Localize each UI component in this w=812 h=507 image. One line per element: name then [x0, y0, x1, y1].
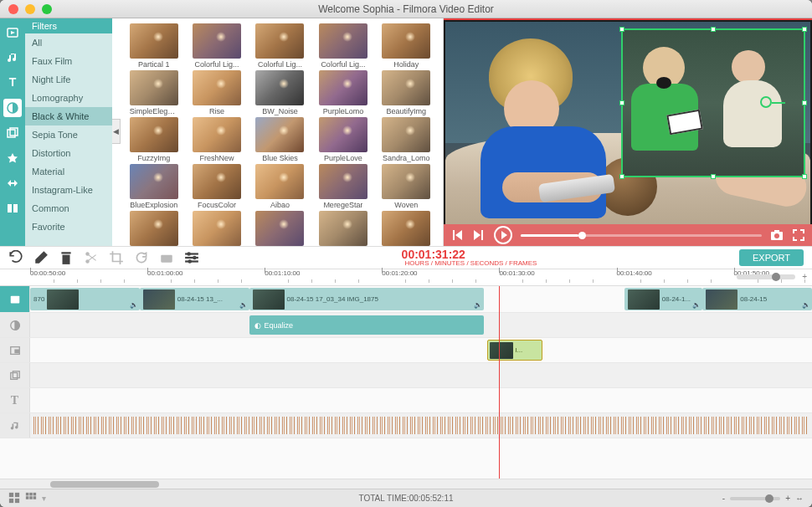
transitions-icon[interactable] [3, 174, 22, 192]
filter-thumbnail-item[interactable]: Partical 1 [124, 23, 183, 69]
resize-handle[interactable] [711, 174, 716, 179]
titlebar[interactable]: Welcome Sophia - Filmora Video Editor [0, 0, 812, 18]
filter-category[interactable]: Instagram-Like [25, 181, 112, 199]
filter-thumbnail-item[interactable] [377, 211, 436, 246]
voiceover-icon[interactable] [159, 250, 174, 265]
video-clip[interactable]: 08-24-15 13_...🔈 [140, 288, 249, 310]
filter-thumbnail [255, 23, 304, 59]
rotate-icon[interactable] [134, 250, 149, 265]
audio-track-icon[interactable] [0, 413, 30, 438]
split-icon[interactable] [84, 250, 99, 265]
filter-thumbnail-item[interactable]: Blue Skies [250, 117, 310, 162]
playhead[interactable] [499, 286, 500, 479]
resize-handle[interactable] [802, 100, 807, 105]
filter-thumbnail-item[interactable]: Colorful Lig... [250, 23, 310, 69]
audio-track [0, 413, 812, 438]
video-clip[interactable]: 08-24-1...🔈 [624, 288, 702, 310]
resize-handle[interactable] [802, 27, 807, 32]
filter-label: BeautifyImg [387, 107, 427, 115]
filter-thumbnail-item[interactable]: Colorful Lig... [313, 23, 373, 69]
resize-handle[interactable] [802, 174, 807, 179]
filter-category[interactable]: Faux Film [25, 52, 112, 70]
filter-thumbnail-item[interactable]: BeautifyImg [377, 70, 436, 115]
filter-thumbnail-item[interactable] [250, 211, 310, 246]
text-track-icon[interactable]: T [0, 388, 30, 412]
filter-category[interactable]: Distortion [25, 144, 112, 162]
resize-handle[interactable] [711, 27, 716, 32]
play-button[interactable] [494, 226, 512, 244]
ruler-tick: 00:00:50:00 [30, 269, 65, 277]
overlay-track [0, 363, 812, 388]
filter-category[interactable]: Black & White [25, 107, 112, 125]
resize-handle[interactable] [619, 27, 624, 32]
scrub-bar[interactable] [521, 234, 762, 237]
filter-thumbnail-item[interactable]: SimpleElegent [124, 70, 183, 115]
filter-category[interactable]: Favorite [25, 218, 112, 236]
filter-clip[interactable]: Equalize [249, 315, 484, 335]
filter-thumbnail-item[interactable] [187, 211, 246, 246]
undo-icon[interactable] [8, 250, 23, 265]
collapse-panel-icon[interactable]: ◀ [112, 119, 121, 144]
settings-icon[interactable] [184, 250, 199, 265]
filter-thumbnail-item[interactable] [313, 211, 373, 246]
zoom-in-icon[interactable]: + [802, 272, 807, 281]
filter-thumbnail-item[interactable]: PurpleLomo [313, 70, 373, 115]
svg-rect-21 [10, 295, 19, 303]
prev-frame-icon[interactable] [450, 228, 464, 242]
horizontal-scrollbar[interactable] [0, 479, 812, 489]
filters-icon[interactable] [3, 99, 22, 117]
filter-category[interactable]: Material [25, 162, 112, 181]
overlays-icon[interactable] [3, 124, 22, 142]
filter-label: PurpleLove [324, 154, 362, 162]
filter-category[interactable]: All [25, 33, 112, 52]
filter-thumbnail-item[interactable]: Aibao [250, 164, 310, 209]
filter-thumbnail-item[interactable]: FuzzyImg [124, 117, 183, 162]
music-icon[interactable] [3, 49, 22, 67]
edit-icon[interactable] [33, 250, 49, 265]
text-icon[interactable]: T [3, 74, 22, 92]
snapshot-icon[interactable] [770, 228, 784, 242]
filter-category[interactable]: Lomography [25, 89, 112, 107]
video-track-icon[interactable] [0, 286, 30, 312]
filter-label: SimpleElegent [130, 107, 178, 115]
filter-thumbnail-item[interactable]: MeregeStar [313, 164, 373, 209]
rotate-handle-icon[interactable] [760, 96, 772, 108]
video-clip[interactable]: 08-24-15🔈 [702, 288, 812, 310]
overlay-track-icon[interactable] [0, 363, 30, 387]
time-ruler[interactable]: 00:00:50:0000:01:00:0000:01:10:0000:01:2… [0, 269, 812, 286]
pip-track-icon[interactable] [0, 338, 30, 362]
resize-handle[interactable] [619, 100, 624, 105]
export-button[interactable]: EXPORT [739, 249, 804, 266]
filter-track-icon[interactable] [0, 313, 30, 337]
splitscreen-icon[interactable] [3, 199, 22, 218]
filter-thumbnail-item[interactable] [124, 211, 183, 246]
video-clip[interactable]: 870🔈 [30, 288, 140, 310]
filter-category[interactable]: Sepia Tone [25, 125, 112, 144]
filter-thumbnail-item[interactable]: Holiday [377, 23, 436, 69]
crop-icon[interactable] [109, 250, 124, 265]
zoom-slider[interactable] [737, 274, 795, 279]
timeline-zoom-slider[interactable] [730, 497, 780, 500]
next-frame-icon[interactable] [472, 228, 486, 242]
fullscreen-icon[interactable] [792, 228, 805, 242]
media-icon[interactable] [3, 23, 22, 42]
filter-thumbnail-item[interactable]: Rise [187, 70, 246, 115]
svg-point-8 [774, 233, 779, 238]
filter-category[interactable]: Night Life [25, 70, 112, 89]
pip-overlay-frame[interactable] [621, 28, 805, 177]
filter-thumbnail-item[interactable]: BlueExplosion [124, 164, 183, 209]
filter-category[interactable]: Common [25, 199, 112, 218]
filter-thumbnail-item[interactable]: FreshNew [187, 117, 246, 162]
preview-viewport[interactable] [444, 18, 812, 224]
filter-thumbnail-item[interactable]: Woven [377, 164, 436, 209]
filter-thumbnail-item[interactable]: Sandra_Lomo [377, 117, 436, 162]
delete-icon[interactable] [59, 250, 74, 265]
filter-thumbnail-item[interactable]: Colorful Lig... [187, 23, 246, 69]
filter-thumbnail-item[interactable]: BW_Noise [250, 70, 310, 115]
resize-handle[interactable] [619, 174, 624, 179]
filter-thumbnail-item[interactable]: FocusColor [187, 164, 246, 209]
pip-clip[interactable]: I... [487, 340, 542, 361]
elements-icon[interactable] [3, 149, 22, 167]
video-clip[interactable]: 08-24-15 17_03_34 IMG_1875🔈 [249, 288, 484, 310]
filter-thumbnail-item[interactable]: PurpleLove [313, 117, 373, 162]
